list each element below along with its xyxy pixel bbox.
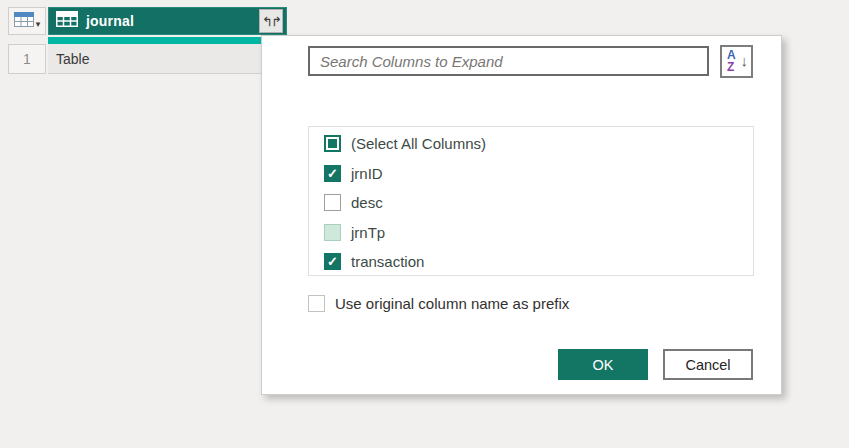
- column-list-item-jrnid[interactable]: jrnID: [309, 159, 753, 189]
- selected-column-indicator: [48, 37, 287, 44]
- expand-column-icon: ↰↱: [262, 15, 280, 28]
- dropdown-caret-icon: ▾: [36, 20, 41, 29]
- checkbox-jrntp[interactable]: [324, 224, 341, 241]
- column-list-item-jrntp[interactable]: jrnTp: [309, 218, 753, 248]
- checkbox-select-all[interactable]: [324, 135, 341, 152]
- column-list-item-label: jrnID: [351, 165, 383, 182]
- sort-az-button[interactable]: A Z ↓: [720, 45, 753, 78]
- column-title: journal: [86, 13, 134, 29]
- column-list-item-desc[interactable]: desc: [309, 188, 753, 218]
- checkbox-jrnid[interactable]: [324, 165, 341, 182]
- checkbox-use-prefix[interactable]: [308, 295, 325, 312]
- column-list-item-label: (Select All Columns): [351, 135, 486, 152]
- table-cell-value[interactable]: Table: [48, 44, 287, 74]
- ok-button[interactable]: OK: [558, 349, 648, 380]
- column-header-journal[interactable]: journal ↰↱: [48, 7, 287, 35]
- cancel-button[interactable]: Cancel: [663, 349, 753, 380]
- column-list-item-label: transaction: [351, 253, 424, 270]
- prefix-option-label[interactable]: Use original column name as prefix: [335, 295, 569, 312]
- mini-table-icon: [14, 12, 34, 31]
- table-corner-menu-button[interactable]: ▾: [8, 7, 46, 35]
- search-columns-input[interactable]: [308, 46, 709, 76]
- column-list: (Select All Columns) jrnID desc jrnTp tr…: [308, 126, 754, 276]
- checkbox-transaction[interactable]: [324, 253, 341, 270]
- expand-column-dialog: A Z ↓ Expand Aggregate (Select All Colum…: [261, 35, 782, 395]
- column-list-item-select-all[interactable]: (Select All Columns): [309, 129, 753, 159]
- prefix-option-row: Use original column name as prefix: [308, 293, 569, 313]
- checkbox-desc[interactable]: [324, 194, 341, 211]
- table-grid-icon: [56, 11, 78, 31]
- column-list-item-label: desc: [351, 194, 383, 211]
- row-number: 1: [8, 44, 46, 74]
- sort-letter-z: Z: [727, 60, 734, 74]
- sort-down-arrow-icon: ↓: [741, 52, 749, 69]
- expand-column-button[interactable]: ↰↱: [259, 9, 283, 33]
- column-list-item-transaction[interactable]: transaction: [309, 247, 753, 276]
- column-list-item-label: jrnTp: [351, 224, 385, 241]
